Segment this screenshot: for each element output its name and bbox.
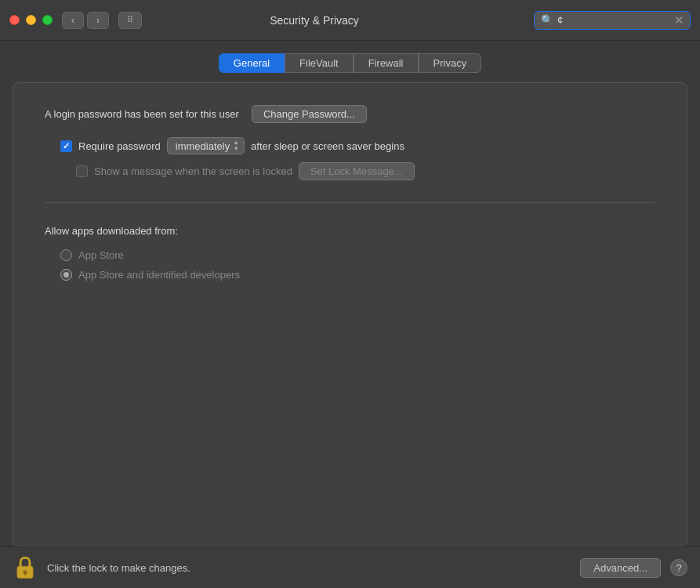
require-password-label: Require password	[78, 140, 161, 152]
tabs-container: General FileVault Firewall Privacy	[13, 41, 687, 82]
radio-app-store[interactable]	[60, 249, 72, 261]
svg-rect-2	[24, 572, 26, 575]
require-password-checkbox[interactable]	[60, 140, 72, 152]
titlebar: ‹ › ⠿ Security & Privacy 🔍 ✕	[0, 0, 700, 41]
dropdown-arrows-icon: ▲ ▼	[233, 140, 239, 152]
tab-filevault[interactable]: FileVault	[285, 53, 354, 73]
allow-apps-label: Allow apps downloaded from:	[45, 225, 655, 237]
bottom-bar: Click the lock to make changes. Advanced…	[0, 546, 700, 588]
tab-privacy[interactable]: Privacy	[419, 53, 482, 73]
main-content: General FileVault Firewall Privacy A log…	[0, 41, 700, 546]
tab-firewall[interactable]: Firewall	[354, 53, 419, 73]
search-input[interactable]	[557, 14, 670, 26]
change-password-button[interactable]: Change Password...	[252, 105, 367, 123]
search-icon: 🔍	[541, 14, 553, 26]
radio-app-store-label: App Store	[78, 249, 124, 261]
login-password-row: A login password has been set for this u…	[45, 105, 655, 123]
radio-app-store-row: App Store	[60, 249, 655, 261]
search-bar[interactable]: 🔍 ✕	[534, 11, 691, 30]
window-title: Security & Privacy	[95, 14, 534, 27]
minimize-button[interactable]	[26, 15, 36, 25]
click-lock-text: Click the lock to make changes.	[47, 562, 571, 574]
require-password-row: Require password immediately ▲ ▼ after s…	[60, 137, 655, 154]
login-password-text: A login password has been set for this u…	[45, 108, 239, 120]
immediately-dropdown[interactable]: immediately ▲ ▼	[167, 137, 245, 154]
search-clear-icon[interactable]: ✕	[674, 14, 684, 27]
set-lock-message-button[interactable]: Set Lock Message...	[299, 162, 415, 180]
immediately-value: immediately	[176, 140, 230, 152]
show-message-row: Show a message when the screen is locked…	[76, 162, 655, 180]
show-message-label: Show a message when the screen is locked	[94, 165, 292, 177]
radio-identified-label: App Store and identified developers	[78, 269, 240, 281]
settings-panel: A login password has been set for this u…	[13, 82, 687, 546]
back-button[interactable]: ‹	[62, 12, 84, 29]
advanced-button[interactable]: Advanced...	[580, 558, 661, 578]
close-button[interactable]	[9, 15, 20, 25]
tab-general[interactable]: General	[219, 53, 285, 73]
radio-identified-developers[interactable]	[60, 269, 72, 281]
section-divider	[45, 202, 655, 203]
lock-icon[interactable]	[13, 555, 38, 580]
traffic-lights	[9, 15, 53, 25]
radio-identified-row: App Store and identified developers	[60, 269, 655, 281]
show-message-checkbox[interactable]	[76, 165, 88, 177]
after-sleep-text: after sleep or screen saver begins	[251, 140, 404, 152]
help-button[interactable]: ?	[670, 559, 687, 576]
maximize-button[interactable]	[42, 15, 53, 25]
